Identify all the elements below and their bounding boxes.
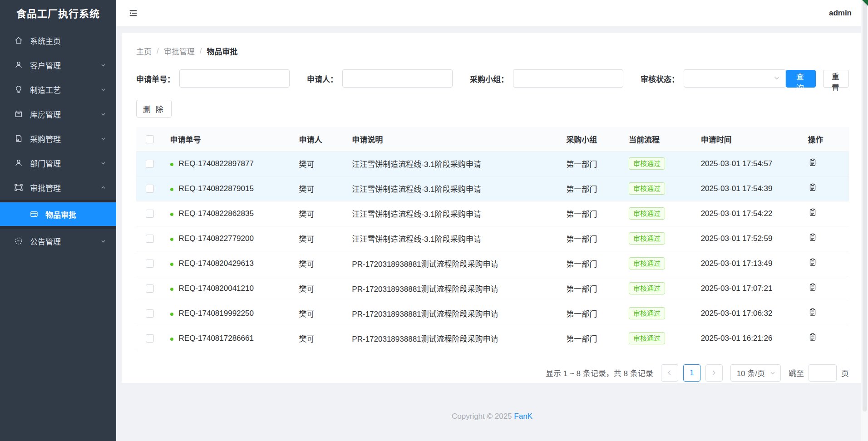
sidebar-item-departments[interactable]: 部门管理 xyxy=(0,151,116,175)
sidebar-item-approvals[interactable]: 审批管理 xyxy=(0,175,116,200)
sidebar-item-warehouse[interactable]: 库房管理 xyxy=(0,102,116,126)
page-1-button[interactable]: 1 xyxy=(683,364,700,382)
app-title: 食品工厂执行系统 xyxy=(0,0,116,28)
breadcrumb-separator: / xyxy=(157,47,159,56)
person-icon xyxy=(14,60,24,70)
group-cell: 第一部门 xyxy=(560,201,622,226)
sidebar-item-label: 客户管理 xyxy=(30,59,61,71)
applicant-cell: 樊可 xyxy=(292,326,345,351)
clipboard-icon[interactable] xyxy=(808,233,817,242)
clipboard-icon[interactable] xyxy=(808,283,817,292)
content-card: 主页 / 审批管理 / 物品审批 申请单号： 申请人： 采购小组： 审核状态： xyxy=(122,33,863,383)
sidebar-submenu: 物品审批 xyxy=(0,200,116,229)
sidebar-item-home[interactable]: 系统主页 xyxy=(0,28,116,53)
status-badge: 审核通过 xyxy=(629,282,665,295)
request-id: REQ-1740820429613 xyxy=(179,259,254,268)
clipboard-icon[interactable] xyxy=(808,183,817,192)
scrollbar-thumb[interactable] xyxy=(863,1,867,412)
search-button[interactable]: 查 询 xyxy=(786,70,816,88)
collapse-menu-icon[interactable] xyxy=(128,8,138,18)
clipboard-icon[interactable] xyxy=(808,308,817,317)
table-row: REQ-1740822862835 樊可 汪汪雪饼制造流程线-3.1阶段采购申请… xyxy=(136,201,849,226)
breadcrumb-home[interactable]: 主页 xyxy=(136,45,152,57)
table-header-row: 申请单号 申请人 申请说明 采购小组 当前流程 申请时间 操作 xyxy=(136,127,849,151)
row-checkbox[interactable] xyxy=(146,309,154,318)
scrollbar[interactable] xyxy=(861,0,868,441)
user-menu[interactable]: admin xyxy=(829,9,852,18)
row-checkbox[interactable] xyxy=(146,210,154,218)
status-dot-icon xyxy=(170,288,173,291)
sidebar-item-procurement[interactable]: 采购管理 xyxy=(0,126,116,151)
status-select-value[interactable] xyxy=(684,69,786,88)
next-page-button[interactable] xyxy=(705,364,723,382)
request-id: REQ-1740819992250 xyxy=(179,309,254,318)
row-checkbox[interactable] xyxy=(146,235,154,243)
request-id: REQ-1740820041210 xyxy=(179,284,254,293)
time-cell: 2025-03-01 16:21:26 xyxy=(695,326,802,351)
clipboard-icon[interactable] xyxy=(808,333,817,342)
request-id: REQ-1740817286661 xyxy=(179,334,254,343)
page-size-select[interactable]: 10 条/页 xyxy=(730,364,781,382)
sidebar-item-item-approval[interactable]: 物品审批 xyxy=(0,202,116,226)
description-cell: 汪汪雪饼制造流程线-3.1阶段采购申请 xyxy=(345,201,560,226)
group-cell: 第一部门 xyxy=(560,251,622,276)
time-cell: 2025-03-01 17:54:39 xyxy=(695,176,802,201)
selection-frame-icon xyxy=(14,182,24,192)
table-row: REQ-1740819992250 樊可 PR-1720318938881测试流… xyxy=(136,301,849,326)
table-toolbar: 删 除 xyxy=(136,100,849,118)
row-checkbox[interactable] xyxy=(146,334,154,343)
group-input[interactable] xyxy=(513,69,623,88)
sidebar-item-announcements[interactable]: 公告管理 xyxy=(0,229,116,253)
breadcrumb-approvals[interactable]: 审批管理 xyxy=(164,45,195,57)
status-dot-icon xyxy=(170,263,173,266)
group-cell: 第一部门 xyxy=(560,326,622,351)
select-all-checkbox[interactable] xyxy=(146,135,154,143)
sidebar-item-label: 制造工艺 xyxy=(30,84,61,95)
sidebar-item-label: 物品审批 xyxy=(45,209,76,220)
sidebar-item-customers[interactable]: 客户管理 xyxy=(0,53,116,77)
clipboard-icon[interactable] xyxy=(808,158,817,167)
row-checkbox[interactable] xyxy=(146,260,154,268)
sidebar-item-label: 公告管理 xyxy=(30,235,61,247)
chevron-down-icon xyxy=(100,160,106,166)
chevron-down-icon xyxy=(100,136,106,142)
chevron-down-icon xyxy=(100,238,106,244)
breadcrumb-current: 物品审批 xyxy=(207,45,237,57)
table-body: REQ-1740822897877 樊可 汪汪雪饼制造流程线-3.1阶段采购申请… xyxy=(136,151,849,351)
applicant-cell: 樊可 xyxy=(292,201,345,226)
brand-link[interactable]: FanK xyxy=(514,412,533,421)
sidebar-item-label: 部门管理 xyxy=(30,157,61,169)
column-header: 当前流程 xyxy=(622,127,695,151)
time-cell: 2025-03-01 17:06:32 xyxy=(695,301,802,326)
status-select[interactable] xyxy=(684,69,786,88)
applicant-cell: 樊可 xyxy=(292,226,345,251)
status-badge: 审核通过 xyxy=(629,157,665,170)
request-id: REQ-1740822779200 xyxy=(179,234,254,243)
table-row: REQ-1740820429613 樊可 PR-1720318938881测试流… xyxy=(136,251,849,276)
row-checkbox[interactable] xyxy=(146,284,154,293)
time-cell: 2025-03-01 17:54:57 xyxy=(695,151,802,176)
footer: Copyright © 2025 FanK xyxy=(116,412,868,421)
jump-page-input[interactable] xyxy=(809,364,837,382)
row-checkbox[interactable] xyxy=(146,160,154,168)
page-unit-label: 页 xyxy=(841,367,849,378)
row-checkbox[interactable] xyxy=(146,185,154,193)
chevron-down-icon xyxy=(769,370,776,376)
pagination: 显示 1 ~ 8 条记录，共 8 条记录 1 10 条/页 跳至 页 xyxy=(136,364,849,382)
clipboard-icon[interactable] xyxy=(808,258,817,267)
column-header: 申请时间 xyxy=(695,127,802,151)
clipboard-icon[interactable] xyxy=(808,208,817,217)
prev-page-button[interactable] xyxy=(661,364,678,382)
sidebar-item-label: 系统主页 xyxy=(30,35,61,46)
delete-button[interactable]: 删 除 xyxy=(136,100,172,118)
status-badge: 审核通过 xyxy=(629,257,665,270)
applicant-input[interactable] xyxy=(342,69,453,88)
page-size-value: 10 条/页 xyxy=(737,367,765,378)
order-no-input[interactable] xyxy=(179,69,290,88)
applicant-cell: 樊可 xyxy=(292,151,345,176)
time-cell: 2025-03-01 17:13:49 xyxy=(695,251,802,276)
description-cell: PR-1720318938881测试流程阶段采购申请 xyxy=(345,276,560,301)
reset-button[interactable]: 重 置 xyxy=(823,70,849,88)
table-row: REQ-1740822879015 樊可 汪汪雪饼制造流程线-3.1阶段采购申请… xyxy=(136,176,849,201)
sidebar-item-manufacturing[interactable]: 制造工艺 xyxy=(0,77,116,102)
